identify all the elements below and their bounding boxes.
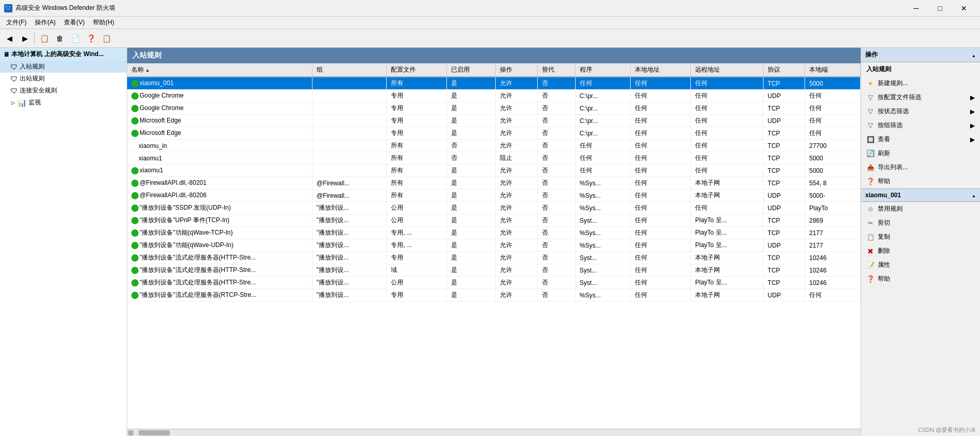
sidebar-item-monitor[interactable]: ▷ 📊 监视	[0, 97, 127, 108]
rules-table-container[interactable]: 名称 组 配置文件 已启用 操作 替代 程序 本地地址 远程地址 协议 本地端	[127, 63, 861, 429]
action-help-main[interactable]: ❓ 帮助	[861, 174, 980, 188]
connection-security-icon: 🛡	[10, 87, 18, 95]
action-disable-rule[interactable]: ⊘ 禁用规则	[861, 202, 980, 216]
action-help-sub[interactable]: ❓ 帮助	[861, 272, 980, 286]
action-filter-profile[interactable]: ▽ 按配置文件筛选 ▶	[861, 90, 980, 104]
toolbar-delete-button[interactable]: 🗑	[52, 31, 67, 46]
col-local-port[interactable]: 本地端	[805, 63, 861, 77]
action-section-label: 入站规则	[861, 62, 980, 76]
col-group[interactable]: 组	[312, 63, 386, 77]
table-row[interactable]: xiaomu_001 所有 是 允许 否 任何 任何 任何 TCP 5000	[127, 77, 861, 90]
horizontal-scrollbar[interactable]	[127, 429, 861, 436]
cell-protocol: TCP	[763, 227, 805, 239]
sidebar-item-outbound[interactable]: 🛡 出站规则	[0, 73, 127, 85]
table-row[interactable]: xiaomu1 所有 是 允许 否 任何 任何 任何 TCP 5000	[127, 165, 861, 177]
sidebar-item-connection-security[interactable]: 🛡 连接安全规则	[0, 85, 127, 97]
scrollbar-thumb[interactable]	[139, 430, 170, 435]
status-icon	[131, 217, 139, 224]
cell-override: 否	[537, 127, 575, 140]
cell-local-port: 任何	[805, 289, 861, 302]
cell-action: 允许	[496, 127, 537, 140]
action-properties[interactable]: 📝 属性	[861, 258, 980, 272]
cell-remote-addr: 本地子网	[691, 177, 764, 189]
toolbar-export-button[interactable]: 📋	[99, 31, 114, 46]
toolbar-properties-button[interactable]: 📋	[37, 31, 51, 46]
new-rule-label: 新建规则...	[878, 79, 908, 88]
cell-action: 允许	[496, 77, 537, 90]
action-refresh[interactable]: 🔄 刷新	[861, 146, 980, 160]
menu-view[interactable]: 查看(V)	[60, 17, 89, 28]
actions-collapse-icon[interactable]	[972, 51, 976, 59]
cell-enabled: 是	[447, 189, 496, 202]
action-filter-status[interactable]: ▽ 按状态筛选 ▶	[861, 104, 980, 118]
maximize-button[interactable]: □	[928, 0, 952, 17]
cell-override: 否	[537, 189, 575, 202]
table-row[interactable]: "播放到设备"功能(qWave-TCP-In) "播放到设... 专用, ...…	[127, 227, 861, 239]
cell-override: 否	[537, 277, 575, 289]
table-row[interactable]: @FirewallAPI.dll,-80206 @Firewall... 所有 …	[127, 189, 861, 202]
close-button[interactable]: ✕	[952, 0, 976, 17]
col-local-addr[interactable]: 本地地址	[631, 63, 691, 77]
table-row[interactable]: "播放到设备"流式处理服务器(RTCP-Stre... "播放到设... 专用 …	[127, 289, 861, 302]
actions-sub-collapse-icon[interactable]	[972, 192, 976, 199]
table-row[interactable]: "播放到设备"流式处理服务器(HTTP-Stre... "播放到设... 域 是…	[127, 264, 861, 277]
table-row[interactable]: Google Chrome 专用 是 允许 否 C:\pr... 任何 任何 U…	[127, 90, 861, 102]
col-action[interactable]: 操作	[496, 63, 537, 77]
table-row[interactable]: @FirewallAPI.dll,-80201 @Firewall... 所有 …	[127, 177, 861, 189]
cell-program: C:\pr...	[575, 115, 631, 127]
table-row[interactable]: Microsoft Edge 专用 是 允许 否 C:\pr... 任何 任何 …	[127, 127, 861, 140]
cell-protocol: UDP	[763, 202, 805, 214]
action-cut[interactable]: ✂ 剪切	[861, 216, 980, 230]
cut-icon: ✂	[866, 219, 875, 227]
table-row[interactable]: xiaomu_in 所有 否 允许 否 任何 任何 任何 TCP 27700	[127, 140, 861, 152]
inbound-icon: 🛡	[10, 63, 18, 71]
action-delete[interactable]: ✖ 删除	[861, 244, 980, 258]
action-filter-group[interactable]: ▽ 按组筛选 ▶	[861, 118, 980, 132]
menu-action[interactable]: 操作(A)	[31, 17, 60, 28]
col-remote-addr[interactable]: 远程地址	[691, 63, 764, 77]
table-row[interactable]: Microsoft Edge 专用 是 允许 否 C:\pr... 任何 任何 …	[127, 115, 861, 127]
action-view[interactable]: 🔲 查看 ▶	[861, 132, 980, 146]
cell-program: %Sys...	[575, 177, 631, 189]
cell-remote-addr: 本地子网	[691, 252, 764, 264]
toolbar-new-button[interactable]: 📄	[68, 31, 83, 46]
cell-profile: 专用, ...	[387, 239, 447, 252]
table-row[interactable]: xiaomu1 所有 否 阻止 否 任何 任何 任何 TCP 5000	[127, 152, 861, 165]
action-new-rule[interactable]: ✦ 新建规则...	[861, 76, 980, 90]
cell-name: xiaomu_001	[127, 77, 312, 90]
col-program[interactable]: 程序	[575, 63, 631, 77]
col-enabled[interactable]: 已启用	[447, 63, 496, 77]
minimize-button[interactable]: ─	[904, 0, 928, 17]
col-profile[interactable]: 配置文件	[387, 63, 447, 77]
col-name[interactable]: 名称	[127, 63, 312, 77]
toolbar-forward-button[interactable]: ▶	[18, 31, 32, 46]
col-protocol[interactable]: 协议	[763, 63, 805, 77]
toolbar-help-button[interactable]: ❓	[84, 31, 98, 46]
inbound-label: 入站规则	[20, 62, 45, 71]
table-row[interactable]: Google Chrome 专用 是 允许 否 C:\pr... 任何 任何 T…	[127, 102, 861, 115]
menu-help[interactable]: 帮助(H)	[89, 17, 118, 28]
cell-enabled: 是	[447, 239, 496, 252]
table-row[interactable]: "播放到设备"流式处理服务器(HTTP-Stre... "播放到设... 专用 …	[127, 252, 861, 264]
app-icon: 🛡	[4, 4, 12, 12]
table-row[interactable]: "播放到设备"UPnP 事件(TCP-In) "播放到设... 公用 是 允许 …	[127, 214, 861, 227]
scroll-left-btn[interactable]	[128, 430, 133, 435]
menu-bar: 文件(F) 操作(A) 查看(V) 帮助(H)	[0, 17, 980, 29]
action-copy[interactable]: 📋 复制	[861, 230, 980, 244]
cell-group: "播放到设...	[312, 214, 386, 227]
cell-remote-addr: 任何	[691, 102, 764, 115]
action-export[interactable]: 📤 导出列表...	[861, 160, 980, 174]
status-icon	[131, 267, 139, 274]
sidebar-item-inbound[interactable]: 🛡 入站规则	[0, 61, 127, 73]
table-row[interactable]: "播放到设备"SSDP 发现(UDP-In) "播放到设... 公用 是 允许 …	[127, 202, 861, 214]
toolbar-back-button[interactable]: ◀	[2, 31, 17, 46]
cell-name: @FirewallAPI.dll,-80206	[127, 189, 312, 202]
table-row[interactable]: "播放到设备"流式处理服务器(HTTP-Stre... "播放到设... 公用 …	[127, 277, 861, 289]
cell-profile: 专用	[387, 115, 447, 127]
status-icon	[131, 192, 139, 199]
cell-enabled: 否	[447, 140, 496, 152]
menu-file[interactable]: 文件(F)	[2, 17, 31, 28]
tree-computer-icon: 🖥	[3, 51, 9, 58]
table-row[interactable]: "播放到设备"功能(qWave-UDP-In) "播放到设... 专用, ...…	[127, 239, 861, 252]
col-override[interactable]: 替代	[537, 63, 575, 77]
